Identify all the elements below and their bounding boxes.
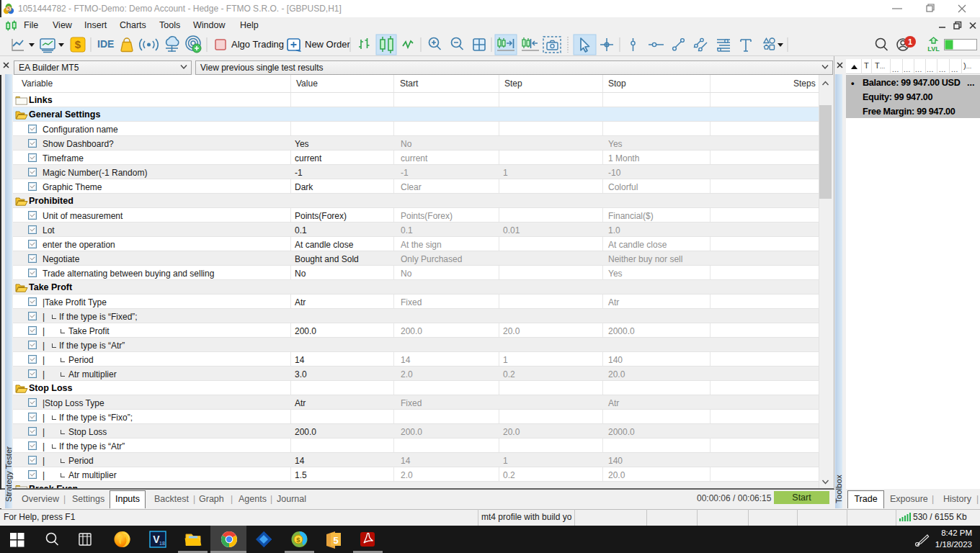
svg-text:$: $	[296, 536, 300, 544]
svg-text:18: 18	[159, 541, 165, 546]
svg-text:LVL: LVL	[927, 45, 940, 53]
svg-text:IDE: IDE	[97, 38, 114, 50]
svg-text:5: 5	[7, 6, 10, 12]
svg-text:$: $	[75, 38, 81, 50]
svg-text:New Order: New Order	[305, 39, 351, 50]
svg-text:1: 1	[908, 37, 912, 46]
svg-text:Algo Trading: Algo Trading	[231, 39, 284, 50]
svg-text:5: 5	[333, 535, 338, 546]
